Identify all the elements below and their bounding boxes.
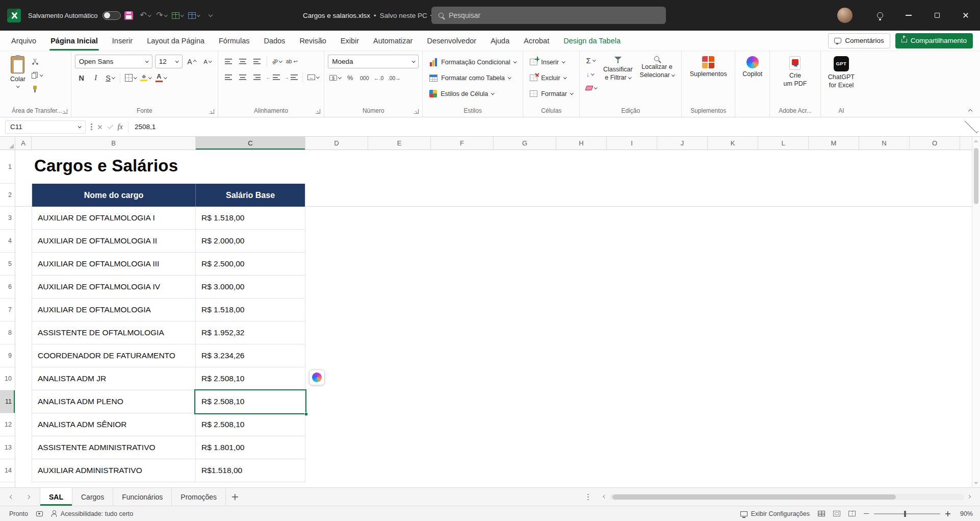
salary-cell[interactable]: R$ 2.508,10 bbox=[196, 413, 305, 436]
column-header-e[interactable]: E bbox=[368, 137, 431, 150]
column-header-b[interactable]: B bbox=[32, 137, 196, 150]
dialog-launcher-icon[interactable] bbox=[210, 109, 214, 114]
insert-function-button[interactable]: fx bbox=[118, 122, 123, 131]
ribbon-tab-dados[interactable]: Dados bbox=[256, 31, 292, 51]
wrap-text-button[interactable]: ab↩ bbox=[285, 55, 299, 68]
confirm-entry-button[interactable] bbox=[107, 123, 113, 129]
cell-styles-button[interactable]: Estilos de Célula bbox=[426, 86, 497, 102]
zoom-slider-thumb[interactable] bbox=[904, 511, 906, 517]
table-header-cell[interactable]: Salário Base bbox=[196, 184, 305, 207]
cancel-entry-button[interactable] bbox=[97, 125, 102, 130]
align-left-button[interactable] bbox=[222, 71, 235, 84]
job-name-cell[interactable]: COORDENADOR DE FATURAMENTO bbox=[32, 344, 196, 367]
horizontal-scrollbar[interactable] bbox=[604, 493, 970, 501]
ribbon-tab-layout-da-pagina[interactable]: Layout da Página bbox=[140, 31, 212, 51]
quick-access-borders-button[interactable] bbox=[186, 7, 202, 23]
format-as-table-button[interactable]: Formatar como Tabela bbox=[426, 70, 513, 86]
sheet-canvas[interactable]: Cargos e Salários Nome do cargoSalário B… bbox=[15, 150, 980, 487]
row-header-1[interactable]: 1 bbox=[0, 150, 15, 184]
job-name-cell[interactable]: ASSISTENTE DE OFTALMOLOGIA bbox=[32, 321, 196, 344]
conditional-formatting-button[interactable]: Formatação Condicional bbox=[426, 54, 519, 70]
salary-cell[interactable]: R$1.518,00 bbox=[196, 459, 305, 482]
fill-color-button[interactable] bbox=[139, 71, 153, 84]
job-name-cell[interactable]: AUXILIAR DE OFTALMOLOGIA III bbox=[32, 253, 196, 275]
name-box[interactable]: C11 bbox=[5, 120, 86, 134]
maximize-button[interactable] bbox=[923, 0, 951, 31]
salary-cell[interactable]: R$ 2.508,10 bbox=[196, 367, 305, 390]
accessibility-status[interactable]: Acessibilidade: tudo certo bbox=[51, 510, 133, 517]
percent-button[interactable]: % bbox=[344, 71, 357, 84]
zoom-out-button[interactable] bbox=[864, 513, 869, 514]
job-name-cell[interactable]: ASSISTENTE ADMINISTRATIVO bbox=[32, 436, 196, 459]
display-settings-button[interactable]: Exibir Configurações bbox=[740, 510, 810, 517]
column-header-m[interactable]: M bbox=[809, 137, 859, 150]
ribbon-tab-inserir[interactable]: Inserir bbox=[105, 31, 140, 51]
column-header-f[interactable]: F bbox=[431, 137, 494, 150]
salary-cell[interactable]: R$ 2.000,00 bbox=[196, 230, 305, 252]
ribbon-tab-arquivo[interactable]: Arquivo bbox=[4, 31, 43, 51]
job-name-cell[interactable]: ANALISTA ADM JR bbox=[32, 367, 196, 390]
paste-button[interactable]: Colar bbox=[7, 53, 29, 87]
thousands-separator-button[interactable]: 000 bbox=[358, 71, 371, 84]
add-sheet-button[interactable] bbox=[226, 488, 244, 506]
namebox-resize-handle[interactable] bbox=[91, 123, 92, 130]
salary-cell[interactable]: R$ 3.234,26 bbox=[196, 344, 305, 367]
column-header-d[interactable]: D bbox=[305, 137, 368, 150]
create-pdf-button[interactable]: Crieum PDF bbox=[780, 53, 811, 88]
scroll-down-button[interactable] bbox=[972, 477, 980, 487]
zoom-slider[interactable] bbox=[874, 513, 940, 514]
decrease-font-button[interactable]: A bbox=[201, 55, 214, 68]
scroll-up-button[interactable] bbox=[972, 137, 980, 147]
row-header-13[interactable]: 13 bbox=[0, 436, 15, 459]
ribbon-tab-formulas[interactable]: Fórmulas bbox=[212, 31, 256, 51]
expand-formula-bar-button[interactable] bbox=[965, 119, 978, 133]
row-header-11[interactable]: 11 bbox=[0, 390, 15, 413]
sort-filter-button[interactable]: Classificare Filtrar bbox=[600, 53, 636, 82]
dialog-launcher-icon[interactable] bbox=[414, 109, 419, 114]
increase-indent-button[interactable]: → bbox=[282, 71, 299, 84]
align-right-button[interactable] bbox=[250, 71, 264, 84]
column-header-o[interactable]: O bbox=[910, 137, 960, 150]
autosave-control[interactable]: Salvamento Automático bbox=[28, 11, 121, 20]
bold-button[interactable]: N bbox=[75, 71, 88, 84]
quick-access-table-button[interactable] bbox=[170, 7, 186, 23]
align-top-button[interactable] bbox=[222, 55, 235, 68]
salary-cell[interactable]: R$ 2.500,00 bbox=[196, 253, 305, 275]
column-header-g[interactable]: G bbox=[494, 137, 556, 150]
italic-button[interactable]: I bbox=[89, 71, 102, 84]
comments-button[interactable]: Comentários bbox=[828, 33, 890, 48]
copilot-floating-button[interactable] bbox=[309, 369, 325, 385]
column-header-h[interactable]: H bbox=[556, 137, 607, 150]
cut-button[interactable] bbox=[29, 55, 45, 68]
job-name-cell[interactable]: AUXILIAR DE OFTALMOLOGIA IV bbox=[32, 276, 196, 298]
collapse-ribbon-button[interactable] bbox=[968, 109, 972, 113]
ribbon-tab-automatizar[interactable]: Automatizar bbox=[366, 31, 420, 51]
underline-button[interactable]: S bbox=[104, 71, 117, 84]
job-name-cell[interactable]: AUXILIAR DE OFTALMOLOGIA II bbox=[32, 230, 196, 252]
row-header-6[interactable]: 6 bbox=[0, 276, 15, 299]
job-name-cell[interactable]: AUXILIAR ADMINISTRATIVO bbox=[32, 459, 196, 482]
previous-sheet-button[interactable] bbox=[10, 494, 14, 499]
sheet-tab-sal[interactable]: SAL bbox=[40, 488, 72, 506]
delete-cells-button[interactable]: Excluir bbox=[527, 70, 569, 86]
salary-cell[interactable]: R$ 3.000,00 bbox=[196, 276, 305, 298]
job-name-cell[interactable]: AUXILIAR DE OFTALMOLOGIA I bbox=[32, 207, 196, 229]
column-header-n[interactable]: N bbox=[859, 137, 910, 150]
table-header-cell[interactable]: Nome do cargo bbox=[32, 184, 196, 207]
column-header-i[interactable]: I bbox=[607, 137, 657, 150]
salary-cell[interactable]: R$ 1.952,32 bbox=[196, 321, 305, 344]
dialog-launcher-icon[interactable] bbox=[316, 109, 320, 114]
minimize-button[interactable] bbox=[894, 0, 923, 31]
decrease-decimal-button[interactable]: .00→ bbox=[386, 71, 402, 84]
formula-input[interactable]: 2508,1 bbox=[128, 123, 963, 131]
avatar[interactable] bbox=[837, 8, 853, 23]
align-bottom-button[interactable] bbox=[250, 55, 264, 68]
ribbon-tab-acrobat[interactable]: Acrobat bbox=[517, 31, 556, 51]
share-button[interactable]: Compartilhamento bbox=[895, 33, 973, 48]
orientation-button[interactable]: ab bbox=[270, 55, 283, 68]
align-center-button[interactable] bbox=[236, 71, 249, 84]
decrease-indent-button[interactable]: ← bbox=[265, 71, 281, 84]
row-header-2[interactable]: 2 bbox=[0, 184, 15, 207]
zoom-level[interactable]: 90% bbox=[956, 510, 973, 517]
sheet-options-button[interactable] bbox=[587, 488, 589, 506]
